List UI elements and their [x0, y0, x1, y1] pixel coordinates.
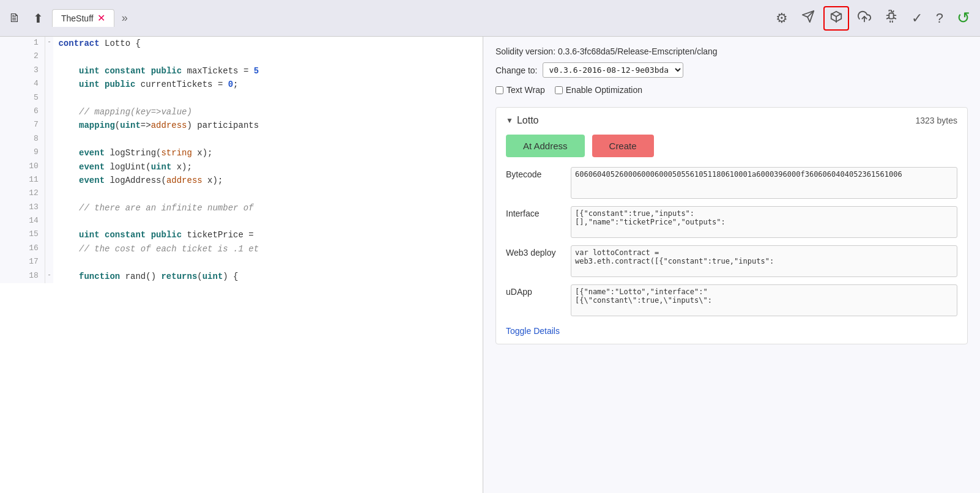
- line-number: 13: [0, 201, 45, 215]
- contract-name: Lotto: [517, 115, 539, 126]
- table-row: 4 uint public currentTickets = 0;: [0, 78, 483, 91]
- solidity-version-text: Solidity version: 0.3.6-3fc68da5/Release…: [496, 46, 968, 56]
- line-gutter: [45, 119, 53, 132]
- udapp-textarea[interactable]: [{"name":"Lotto","interface":" [{\"const…: [571, 284, 957, 316]
- text-wrap-label[interactable]: Text Wrap: [496, 85, 545, 95]
- bug-icon[interactable]: [880, 7, 903, 29]
- bytecode-label: Bytecode: [506, 167, 561, 179]
- at-address-button[interactable]: At Address: [506, 135, 585, 157]
- table-row: 16 // the cost of each ticket is .1 et: [0, 242, 483, 256]
- table-row: 12: [0, 187, 483, 201]
- line-content: event logAddress(address x);: [53, 174, 482, 187]
- check-icon[interactable]: ✓: [907, 8, 927, 29]
- more-tabs-icon[interactable]: »: [119, 9, 130, 27]
- action-buttons: At Address Create: [506, 135, 957, 157]
- table-row: 9 event logString(string x);: [0, 146, 483, 160]
- text-wrap-checkbox[interactable]: [496, 86, 503, 94]
- interface-label: Interface: [506, 206, 561, 218]
- line-content: // mapping(key=>value): [53, 105, 482, 119]
- line-number: 1: [0, 37, 45, 50]
- line-gutter: [45, 64, 53, 78]
- web3deploy-textarea[interactable]: var lottoContract = web3.eth.contract([{…: [571, 245, 957, 277]
- line-gutter: -: [45, 270, 53, 283]
- bytecode-textarea[interactable]: 6060604052600060006000505561051180610001…: [571, 167, 957, 199]
- line-content: [53, 92, 482, 105]
- web3deploy-label: Web3 deploy: [506, 245, 561, 258]
- interface-textarea[interactable]: [{"constant":true,"inputs": [],"name":"t…: [571, 206, 957, 238]
- main-content: 1 - contract Lotto { 2 3 uint constant p…: [0, 37, 980, 493]
- line-gutter: -: [45, 37, 53, 50]
- interface-row: Interface [{"constant":true,"inputs": []…: [506, 206, 957, 238]
- toggle-details-link[interactable]: Toggle Details: [506, 326, 560, 336]
- refresh-icon[interactable]: ↺: [952, 6, 975, 30]
- table-row: 1 - contract Lotto {: [0, 37, 483, 50]
- line-number: 11: [0, 174, 45, 187]
- line-number: 17: [0, 256, 45, 269]
- contract-bytes: 1323 bytes: [916, 116, 958, 125]
- line-gutter: [45, 187, 53, 201]
- line-gutter: [45, 92, 53, 105]
- line-gutter: [45, 146, 53, 160]
- triangle-down-icon: ▼: [506, 116, 513, 125]
- line-gutter: [45, 201, 53, 215]
- line-number: 5: [0, 92, 45, 105]
- code-editor[interactable]: 1 - contract Lotto { 2 3 uint constant p…: [0, 37, 483, 493]
- version-select[interactable]: v0.3.6-2016-08-12-9e03bda: [543, 62, 683, 78]
- enable-optimization-checkbox[interactable]: [555, 86, 563, 94]
- line-number: 9: [0, 146, 45, 160]
- line-number: 4: [0, 78, 45, 91]
- table-row: 14: [0, 215, 483, 228]
- udapp-row: uDApp [{"name":"Lotto","interface":" [{\…: [506, 284, 957, 316]
- help-icon[interactable]: ?: [931, 8, 948, 29]
- svg-rect-4: [889, 13, 893, 18]
- line-number: 14: [0, 215, 45, 228]
- tab-close-icon[interactable]: ✕: [97, 13, 105, 23]
- table-row: 3 uint constant public maxTickets = 5: [0, 64, 483, 78]
- file-icon[interactable]: 🗎: [5, 9, 24, 28]
- line-gutter: [45, 133, 53, 146]
- change-to-row: Change to: v0.3.6-2016-08-12-9e03bda: [496, 62, 968, 78]
- enable-optimization-label[interactable]: Enable Optimization: [555, 85, 642, 95]
- line-number: 6: [0, 105, 45, 119]
- line-number: 2: [0, 50, 45, 64]
- line-content: uint constant public maxTickets = 5: [53, 64, 482, 78]
- table-row: 10 event logUint(uint x);: [0, 160, 483, 174]
- settings-icon[interactable]: ⚙: [771, 8, 793, 29]
- right-panel: Solidity version: 0.3.6-3fc68da5/Release…: [483, 37, 980, 493]
- table-row: 8: [0, 133, 483, 146]
- create-button[interactable]: Create: [592, 135, 654, 157]
- line-content: uint public currentTickets = 0;: [53, 78, 482, 91]
- line-gutter: [45, 242, 53, 256]
- line-content: [53, 256, 482, 269]
- line-gutter: [45, 50, 53, 64]
- contract-section: ▼ Lotto 1323 bytes At Address Create Byt…: [496, 107, 968, 344]
- tab-thestuff[interactable]: TheStuff ✕: [52, 9, 114, 27]
- code-table: 1 - contract Lotto { 2 3 uint constant p…: [0, 37, 483, 283]
- table-row: 7 mapping(uint=>address) participants: [0, 119, 483, 132]
- udapp-label: uDApp: [506, 284, 561, 297]
- line-number: 18: [0, 270, 45, 283]
- line-content: uint constant public ticketPrice =: [53, 228, 482, 242]
- line-content: [53, 187, 482, 201]
- change-to-label: Change to:: [496, 65, 538, 75]
- send-icon[interactable]: [796, 7, 820, 29]
- line-gutter: [45, 256, 53, 269]
- line-content: // the cost of each ticket is .1 et: [53, 242, 482, 256]
- line-content: function rand() returns(uint) {: [53, 270, 482, 283]
- upload-cloud-icon[interactable]: [853, 7, 876, 29]
- line-gutter: [45, 160, 53, 174]
- web3deploy-row: Web3 deploy var lottoContract = web3.eth…: [506, 245, 957, 277]
- tab-label: TheStuff: [61, 13, 94, 23]
- table-row: 15 uint constant public ticketPrice =: [0, 228, 483, 242]
- line-content: event logUint(uint x);: [53, 160, 482, 174]
- upload-icon[interactable]: ⬆: [29, 9, 47, 28]
- line-number: 7: [0, 119, 45, 132]
- line-number: 15: [0, 228, 45, 242]
- table-row: 18 - function rand() returns(uint) {: [0, 270, 483, 283]
- line-number: 8: [0, 133, 45, 146]
- options-row: Text Wrap Enable Optimization: [496, 85, 968, 95]
- line-content: [53, 215, 482, 228]
- contract-name-row: ▼ Lotto: [506, 115, 538, 126]
- box-icon[interactable]: [823, 6, 849, 31]
- line-number: 10: [0, 160, 45, 174]
